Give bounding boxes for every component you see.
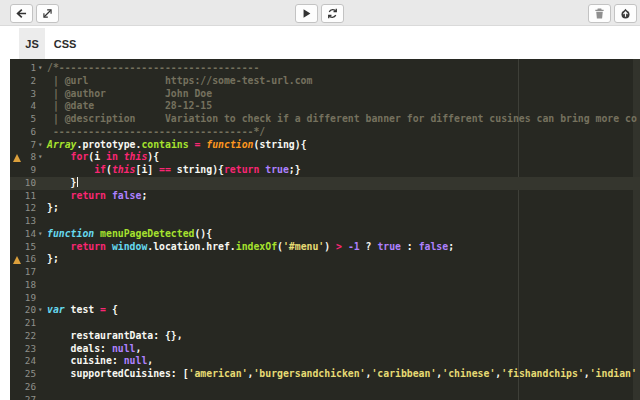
line-number: 12: [10, 202, 36, 215]
line-number: 6: [10, 126, 36, 139]
code-line[interactable]: 6 ----------------------------------*/: [10, 126, 640, 139]
code-line[interactable]: 9 if(this[i] == string){return true;}: [10, 164, 640, 177]
refresh-button[interactable]: [321, 4, 344, 23]
line-number: 24: [10, 355, 36, 368]
code-line[interactable]: 26: [10, 381, 640, 394]
code-line[interactable]: 13: [10, 215, 640, 228]
code-line[interactable]: 14▾function menuPageDetected(){: [10, 228, 640, 241]
line-number: 1: [10, 62, 36, 75]
line-number: 23: [10, 343, 36, 356]
fold-arrow-icon[interactable]: ▾: [38, 228, 43, 241]
line-number: 11: [10, 190, 36, 203]
code-line[interactable]: 23 deals: null,: [10, 343, 640, 356]
line-number: 14: [10, 228, 36, 241]
code-line[interactable]: 2 | @url https://some-test-url.com: [10, 75, 640, 88]
code-line[interactable]: 10 }: [10, 177, 640, 190]
code-text: return false;: [47, 190, 147, 203]
line-number: 2: [10, 75, 36, 88]
delete-button[interactable]: [588, 4, 611, 23]
code-text: /*----------------------------------: [47, 62, 259, 75]
code-text: cuisine: null,: [47, 355, 153, 368]
code-line[interactable]: 25 supportedCuisines: ['american','burge…: [10, 368, 640, 381]
code-text: return window.location.href.indexOf('#me…: [47, 241, 454, 254]
code-line[interactable]: 15 return window.location.href.indexOf('…: [10, 241, 640, 254]
fold-arrow-icon[interactable]: ▾: [38, 139, 43, 152]
code-text: supportedCuisines: ['american','burgersa…: [47, 368, 637, 381]
code-line[interactable]: 11 return false;: [10, 190, 640, 203]
line-number: 13: [10, 215, 36, 228]
run-button[interactable]: [295, 4, 318, 23]
expand-button[interactable]: [36, 4, 59, 23]
arrow-left-icon: [15, 7, 28, 20]
fold-arrow-icon[interactable]: ▾: [38, 151, 43, 164]
code-line[interactable]: 1▾/*----------------------------------: [10, 62, 640, 75]
diagonal-resize-icon: [41, 7, 54, 20]
line-number: 25: [10, 368, 36, 381]
line-number: 18: [10, 279, 36, 292]
text-cursor: [77, 177, 79, 187]
code-text: ----------------------------------*/: [47, 126, 265, 139]
line-number: 26: [10, 381, 36, 394]
code-line[interactable]: 18: [10, 279, 640, 292]
code-text: | @url https://some-test-url.com: [47, 75, 312, 88]
tab-css-label: CSS: [54, 38, 77, 50]
line-number: 8: [10, 151, 36, 164]
line-number: 21: [10, 317, 36, 330]
line-number: 4: [10, 100, 36, 113]
code-line[interactable]: 8▾ for(i in this){: [10, 151, 640, 164]
line-number: 3: [10, 88, 36, 101]
code-text: | @author John Doe: [47, 88, 212, 101]
fold-arrow-icon[interactable]: ▾: [38, 304, 43, 317]
code-line[interactable]: 19: [10, 292, 640, 305]
line-number: 27: [10, 394, 36, 400]
code-text: | @date 28-12-15: [47, 100, 212, 113]
line-number: 7: [10, 139, 36, 152]
code-line[interactable]: 7▾Array.prototype.contains = function(st…: [10, 139, 640, 152]
line-number: 20: [10, 304, 36, 317]
code-line[interactable]: 3 | @author John Doe: [10, 88, 640, 101]
fold-arrow-icon[interactable]: ▾: [38, 62, 43, 75]
toolbar: [0, 0, 640, 26]
refresh-icon: [326, 7, 339, 20]
code-text: if(this[i] == string){return true;}: [47, 164, 301, 177]
code-editor[interactable]: 1▾/*----------------------------------2 …: [10, 59, 640, 400]
line-number: 19: [10, 292, 36, 305]
code-text: Array.prototype.contains = function(stri…: [47, 139, 307, 152]
code-line[interactable]: 5 | @description Variation to check if a…: [10, 113, 640, 126]
code-line[interactable]: 22 restaurantData: {},: [10, 330, 640, 343]
code-text: var test = {: [47, 304, 118, 317]
back-button[interactable]: [10, 4, 33, 23]
code-line[interactable]: 20▾var test = {: [10, 304, 640, 317]
line-number: 5: [10, 113, 36, 126]
line-number: 17: [10, 266, 36, 279]
line-number: 22: [10, 330, 36, 343]
code-line[interactable]: 24 cuisine: null,: [10, 355, 640, 368]
code-line[interactable]: 17: [10, 266, 640, 279]
line-number: 10: [10, 177, 36, 190]
code-line[interactable]: 12};: [10, 202, 640, 215]
code-text: };: [47, 253, 59, 266]
code-line[interactable]: 4 | @date 28-12-15: [10, 100, 640, 113]
upload-icon: [619, 7, 632, 20]
tab-js-label: JS: [25, 38, 38, 50]
code-text: restaurantData: {},: [47, 330, 183, 343]
code-text: for(i in this){: [47, 151, 159, 164]
code-line[interactable]: 16};: [10, 253, 640, 266]
code-text: deals: null,: [47, 343, 141, 356]
line-number: 9: [10, 164, 36, 177]
code-text: | @description Variation to check if a d…: [47, 113, 637, 126]
tab-js[interactable]: JS: [19, 28, 45, 59]
code-text: }: [47, 177, 78, 190]
code-line[interactable]: 21: [10, 317, 640, 330]
code-text: function menuPageDetected(){: [47, 228, 212, 241]
tab-bar: JS CSS: [0, 26, 640, 59]
tab-css[interactable]: CSS: [45, 28, 85, 59]
line-number: 16: [10, 253, 36, 266]
trash-icon: [593, 7, 606, 20]
upload-button[interactable]: [614, 4, 637, 23]
line-number: 15: [10, 241, 36, 254]
code-text: };: [47, 202, 59, 215]
code-line[interactable]: 27: [10, 394, 640, 400]
play-icon: [300, 7, 313, 20]
